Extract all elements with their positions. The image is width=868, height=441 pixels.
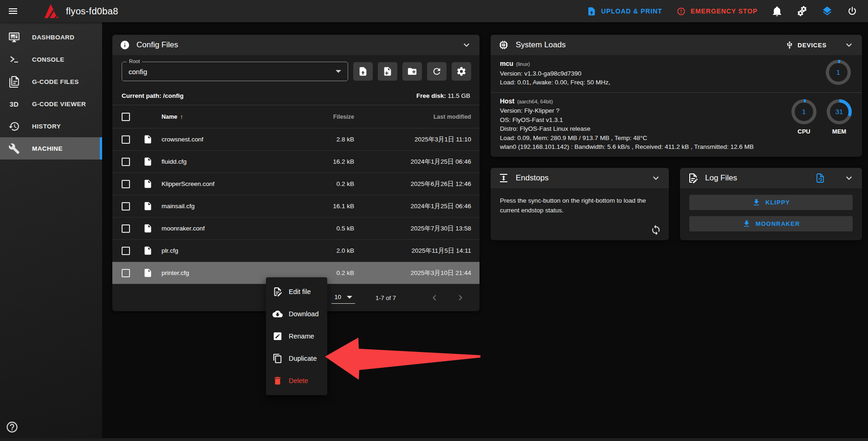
upload-print-button[interactable]: UPLOAD & PRINT: [587, 6, 662, 16]
3d-viewer-icon: [8, 98, 20, 110]
system-loads-title: System Loads: [516, 40, 566, 50]
collapse-chevron-icon[interactable]: [650, 173, 661, 184]
refresh-button[interactable]: [427, 62, 447, 81]
row-checkbox[interactable]: [122, 269, 130, 277]
file-icon: [143, 134, 153, 144]
sidebar: DASHBOARD CONSOLE G-CODE FILES G-CODE VI…: [0, 22, 102, 441]
help-icon[interactable]: [6, 421, 19, 434]
copy-icon: [272, 353, 283, 364]
layers-icon[interactable]: [822, 6, 833, 17]
file-name-cell: printer.cfg: [162, 269, 285, 276]
app-logo: [42, 3, 60, 19]
table-row[interactable]: fluidd.cfg 16.2 kB 2024年1月25日 06:46: [112, 151, 479, 173]
host-section: Host(aarch64, 64bit) Version: Fly-Klippe…: [491, 93, 862, 157]
file-icon: [143, 224, 153, 233]
emergency-stop-button[interactable]: EMERGENCY STOP: [676, 6, 758, 16]
row-checkbox[interactable]: [122, 158, 130, 166]
system-loads-panel: System Loads DEVICES mcu(linux) Version:…: [491, 35, 862, 157]
previous-page-button[interactable]: [428, 291, 441, 305]
sidebar-item-gcode-viewer[interactable]: G-CODE VIEWER: [0, 93, 102, 115]
endstops-panel: Endstops Press the sync-button on the ri…: [491, 168, 669, 240]
root-select[interactable]: Root config: [122, 62, 348, 81]
upload-file-button[interactable]: [353, 62, 373, 81]
sidebar-item-console[interactable]: CONSOLE: [0, 48, 102, 70]
per-page-select[interactable]: 10: [331, 292, 355, 304]
page-title: flyos-fd0ba8: [66, 6, 118, 17]
host-version: Version: Fly-Klipper ?: [500, 106, 774, 115]
context-menu-duplicate[interactable]: Duplicate: [266, 347, 327, 370]
info-icon: [120, 40, 130, 50]
file-settings-button[interactable]: [452, 62, 471, 81]
file-edit-icon: [687, 173, 699, 184]
file-icon: [143, 157, 153, 166]
context-menu-rename[interactable]: Rename: [266, 325, 327, 347]
column-header-filesize[interactable]: Filesize: [285, 114, 354, 120]
collapse-chevron-icon[interactable]: [843, 39, 855, 51]
notifications-bell-icon[interactable]: [771, 6, 783, 17]
sync-icon[interactable]: [650, 224, 661, 236]
klippy-log-download-button[interactable]: KLIPPY: [689, 195, 853, 210]
column-header-last-modified[interactable]: Last modified: [354, 114, 479, 120]
endstop-icon: [498, 173, 509, 184]
config-files-header: Config Files: [112, 35, 479, 55]
collapse-chevron-icon[interactable]: [843, 173, 855, 184]
table-row[interactable]: moonraker.conf 0.5 kB 2025年7月30日 13:58: [112, 217, 479, 240]
log-files-header: Log Files: [680, 168, 862, 188]
row-checkbox[interactable]: [122, 247, 130, 255]
host-load: Load: 0.09, Mem: 280.9 MB / 913.7 MB , T…: [500, 134, 774, 143]
context-menu-delete[interactable]: Delete: [266, 370, 327, 392]
table-row[interactable]: plr.cfg 2.0 kB 2025年11月5日 14:11: [112, 240, 479, 262]
mem-gauge-label: MEM: [827, 127, 852, 136]
pencil-box-icon: [272, 331, 283, 341]
trash-icon: [272, 376, 283, 386]
file-name-cell: fluidd.cfg: [162, 158, 285, 165]
file-size-cell: 0.5 kB: [285, 225, 354, 232]
file-plus-icon: [382, 66, 393, 77]
log-files-body: KLIPPY MOONRAKER: [680, 188, 862, 238]
sidebar-item-gcode-files[interactable]: G-CODE FILES: [0, 70, 102, 93]
create-file-button[interactable]: [378, 62, 397, 81]
endstops-title: Endstops: [516, 173, 549, 183]
row-checkbox[interactable]: [122, 202, 130, 211]
file-size-cell: 16.2 kB: [285, 158, 354, 165]
next-page-button[interactable]: [453, 291, 467, 305]
menu-icon[interactable]: [2, 0, 24, 22]
sidebar-item-dashboard[interactable]: DASHBOARD: [0, 26, 102, 48]
select-dropdown-arrow-icon: [336, 70, 341, 73]
context-menu-edit-file[interactable]: Edit file: [266, 281, 327, 303]
devices-button[interactable]: DEVICES: [785, 41, 827, 49]
interface-settings-cogs-icon[interactable]: [797, 6, 808, 17]
host-network: wlan0 (192.168.101.142) : Bandwidth: 5.6…: [500, 142, 774, 152]
file-size-cell: 0.2 kB: [285, 269, 354, 276]
table-row[interactable]: mainsail.cfg 16.1 kB 2024年1月25日 06:46: [112, 195, 479, 217]
row-checkbox[interactable]: [122, 135, 130, 144]
file-name-cell: moonraker.conf: [162, 225, 285, 232]
file-name-cell: KlipperScreen.conf: [162, 180, 285, 187]
file-name-cell: mainsail.cfg: [162, 203, 285, 210]
cpu-gauge: 1: [791, 99, 816, 124]
file-icon: [143, 201, 153, 211]
sidebar-item-history[interactable]: HISTORY: [0, 115, 102, 137]
root-select-value: config: [129, 68, 147, 76]
row-checkbox[interactable]: [122, 224, 130, 233]
select-all-checkbox[interactable]: [122, 113, 130, 121]
file-icon: [143, 268, 153, 278]
table-row[interactable]: KlipperScreen.conf 0.2 kB 2025年6月26日 12:…: [112, 173, 479, 195]
context-menu-download[interactable]: Download: [266, 303, 327, 325]
power-icon[interactable]: [847, 6, 858, 17]
collapse-chevron-icon[interactable]: [461, 39, 472, 51]
row-checkbox[interactable]: [122, 180, 130, 188]
log-files-panel: Log Files KLIPPY MOONRAKER: [680, 168, 862, 240]
files-icon: [8, 76, 20, 88]
file-refresh-icon[interactable]: [815, 173, 826, 184]
system-loads-header: System Loads DEVICES: [491, 35, 862, 55]
cpu-gauge-label: CPU: [791, 127, 816, 136]
moonraker-log-download-button[interactable]: MOONRAKER: [689, 216, 853, 231]
table-row[interactable]: crowsnest.conf 2.8 kB 2025年3月1日 11:10: [112, 128, 479, 151]
refresh-icon: [432, 66, 442, 77]
create-folder-button[interactable]: [402, 62, 422, 81]
column-header-name[interactable]: Name↑: [162, 113, 285, 120]
select-dropdown-arrow-icon: [347, 296, 352, 299]
file-upload-icon: [587, 6, 596, 16]
sidebar-item-machine[interactable]: MACHINE: [0, 137, 102, 160]
